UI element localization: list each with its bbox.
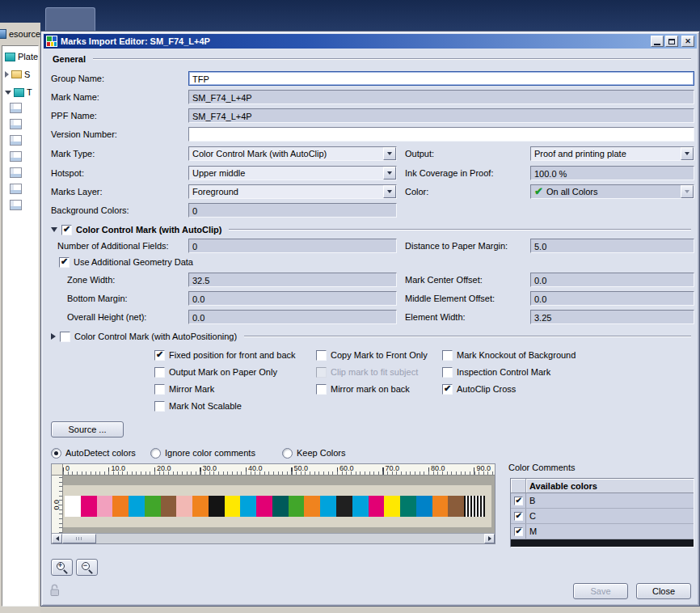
strip-cell xyxy=(400,496,416,517)
tree-item-label: Plate xyxy=(18,52,38,61)
mark-type-select[interactable]: Color Control Mark (with AutoClip) xyxy=(188,146,397,161)
close-button[interactable]: Close xyxy=(636,583,691,599)
color-dropdown-arrow-icon[interactable] xyxy=(681,185,694,198)
zoom-in-button[interactable]: + xyxy=(51,559,73,576)
mark-thumbnail[interactable] xyxy=(10,135,22,146)
dialog-titlebar[interactable]: Marks Import Editor: SM_F74_L+4P ✕ xyxy=(44,34,697,49)
option-paper-only[interactable]: Output Mark on Paper Only xyxy=(154,366,277,378)
scroll-left-button[interactable] xyxy=(52,534,62,543)
option-not-scalable[interactable]: Mark Not Scalable xyxy=(154,400,242,412)
maximize-button[interactable] xyxy=(665,36,678,47)
radio-autodetect-colors[interactable]: AutoDetect colors xyxy=(51,447,136,459)
tree-item-t[interactable]: T xyxy=(5,85,32,99)
autopositioning-section-label: Color Control Mark (with AutoPositioning… xyxy=(74,332,237,341)
mark-thumbnail[interactable] xyxy=(10,184,22,194)
option-mirror-mark[interactable]: Mirror Mark xyxy=(154,383,214,395)
scroll-right-icon xyxy=(488,536,491,541)
dropdown-arrow-icon[interactable] xyxy=(383,185,396,198)
marks-group-icon xyxy=(14,88,24,97)
close-window-button[interactable]: ✕ xyxy=(681,36,694,47)
output-label: Output: xyxy=(405,146,434,161)
output-select[interactable]: Proof and printing plate xyxy=(530,146,694,161)
section-divider xyxy=(229,229,691,230)
version-number-field[interactable] xyxy=(188,127,694,142)
bottom-margin-label: Bottom Margin: xyxy=(67,291,128,306)
mark-center-offset-field: 0.0 xyxy=(530,273,694,287)
strip-cell xyxy=(336,496,352,517)
option-autoclip-cross[interactable]: AutoClip Cross xyxy=(442,383,516,395)
scrollbar-thumb[interactable] xyxy=(62,534,96,543)
copy-front-only-checkbox[interactable] xyxy=(316,350,327,361)
background-window-tab[interactable] xyxy=(45,7,95,31)
tree-item-s[interactable]: S xyxy=(5,67,30,82)
mark-thumbnail[interactable] xyxy=(10,151,22,162)
dropdown-arrow-icon[interactable] xyxy=(681,147,694,160)
expander-expanded-icon[interactable] xyxy=(5,91,11,95)
source-button[interactable]: Source ... xyxy=(51,421,124,438)
mark-thumbnail[interactable] xyxy=(10,119,22,129)
color-comment-row[interactable]: M xyxy=(511,524,694,539)
resources-tab[interactable]: esource xyxy=(0,27,40,41)
option-inspection-control[interactable]: Inspection Control Mark xyxy=(442,366,550,378)
lock-icon[interactable] xyxy=(49,584,61,597)
general-section-header: General xyxy=(51,53,691,66)
expander-collapsed-icon[interactable] xyxy=(5,71,9,78)
mark-paper xyxy=(63,485,491,527)
option-mirror-on-back[interactable]: Mirror mark on back xyxy=(316,383,410,395)
color-comment-row[interactable]: B xyxy=(511,493,694,509)
collapse-section-icon[interactable] xyxy=(51,227,57,232)
ignore-comments-radio[interactable] xyxy=(150,448,161,459)
expand-section-icon[interactable] xyxy=(51,333,56,340)
autoclip-enabled-checkbox[interactable] xyxy=(61,225,72,235)
fixed-position-checkbox[interactable] xyxy=(154,350,165,361)
autopositioning-enabled-checkbox[interactable] xyxy=(60,332,70,342)
zone-width-field: 32.5 xyxy=(188,273,397,287)
ruler-tick-label: 30.0 xyxy=(203,464,217,472)
option-fixed-position[interactable]: Fixed position for front and back xyxy=(154,349,296,361)
mirror-mark-checkbox[interactable] xyxy=(154,384,165,395)
save-button[interactable]: Save xyxy=(573,583,628,599)
mark-thumbnail[interactable] xyxy=(10,200,22,210)
mark-thumbnail[interactable] xyxy=(10,167,22,178)
not-scalable-checkbox[interactable] xyxy=(154,401,165,412)
color-enabled-checkbox[interactable] xyxy=(514,497,523,505)
option-knockout-background[interactable]: Mark Knockout of Background xyxy=(442,349,576,361)
radio-ignore-color-comments[interactable]: Ignore color comments xyxy=(150,447,255,459)
zoom-out-button[interactable]: − xyxy=(76,559,98,576)
horizontal-scrollbar[interactable] xyxy=(52,533,495,543)
scroll-right-button[interactable] xyxy=(484,534,495,543)
inspection-control-checkbox[interactable] xyxy=(442,367,453,378)
preview-canvas[interactable] xyxy=(63,476,495,533)
overall-height-field: 0.0 xyxy=(188,310,397,324)
minimize-button[interactable] xyxy=(651,36,664,47)
minimize-icon xyxy=(654,44,660,45)
knockout-background-checkbox[interactable] xyxy=(442,350,453,361)
not-scalable-label: Mark Not Scalable xyxy=(169,401,242,411)
output-value: Proof and printing plate xyxy=(531,147,681,160)
color-enabled-checkbox[interactable] xyxy=(514,512,523,521)
green-check-icon: ✔ xyxy=(534,186,543,197)
color-comment-row[interactable]: C xyxy=(511,509,694,524)
color-enabled-checkbox[interactable] xyxy=(514,527,523,536)
marks-layer-select[interactable]: Foreground xyxy=(188,184,397,199)
mirror-on-back-checkbox[interactable] xyxy=(316,384,327,395)
radio-keep-colors[interactable]: Keep Colors xyxy=(282,447,346,459)
mark-thumbnail[interactable] xyxy=(10,103,22,113)
autoclip-cross-checkbox[interactable] xyxy=(442,384,453,395)
middle-element-offset-field: 0.0 xyxy=(530,291,694,306)
paper-only-checkbox[interactable] xyxy=(154,367,165,378)
autoclip-section-header: Color Control Mark (with AutoClip) xyxy=(51,223,691,236)
hotspot-select[interactable]: Upper middle xyxy=(188,166,397,180)
keep-colors-radio[interactable] xyxy=(282,448,293,459)
option-copy-front-only[interactable]: Copy Mark to Front Only xyxy=(316,349,428,361)
option-use-additional-geometry[interactable]: Use Additional Geometry Data xyxy=(59,256,193,268)
use-additional-geometry-checkbox[interactable] xyxy=(59,257,70,268)
zoom-in-icon: + xyxy=(57,562,68,573)
strip-cell xyxy=(161,496,177,517)
marks-layer-value: Foreground xyxy=(189,185,383,198)
group-name-field[interactable]: TFP xyxy=(188,71,694,86)
tree-item-plate[interactable]: Plate xyxy=(5,49,38,64)
dropdown-arrow-icon[interactable] xyxy=(383,147,396,160)
dropdown-arrow-icon[interactable] xyxy=(383,167,396,180)
autodetect-radio[interactable] xyxy=(51,448,61,459)
